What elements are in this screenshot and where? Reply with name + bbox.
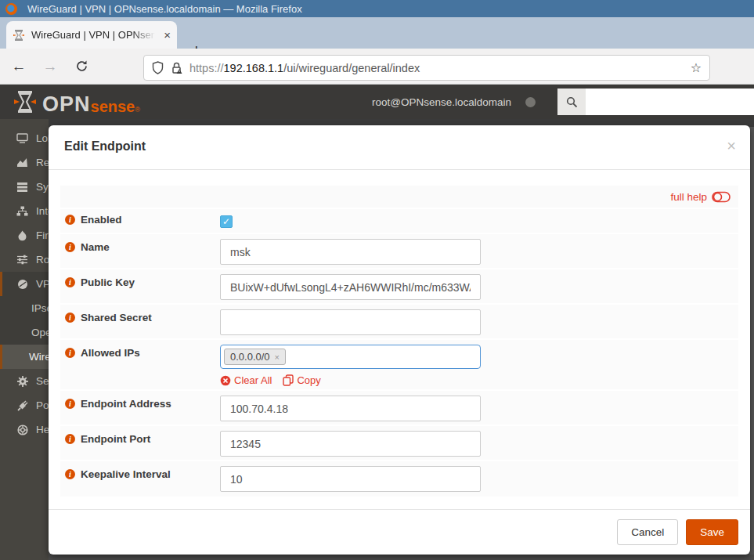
sidebar-item-wireguard[interactable]: WireGuard — [0, 345, 49, 369]
opnsense-favicon — [13, 29, 25, 42]
sidebar-item-system[interactable]: System — [0, 175, 49, 199]
shared-secret-input[interactable] — [220, 309, 481, 335]
field-row-public-key: iPublic Key — [60, 269, 738, 305]
sidebar-item-services[interactable]: Services — [0, 369, 49, 393]
name-input[interactable] — [220, 239, 481, 265]
field-row-name: iName — [60, 234, 738, 269]
screen: WireGuard | VPN | OPNsense.localdomain —… — [0, 0, 754, 560]
modal-header: Edit Endpoint × — [49, 125, 750, 170]
browser-tab[interactable]: WireGuard | VPN | OPNsense.localdomain × — [6, 21, 177, 49]
modal-backdrop — [49, 555, 754, 560]
reload-button[interactable] — [69, 54, 94, 79]
clear-all-link[interactable]: Clear All — [220, 374, 272, 386]
sidebar-item-firewall[interactable]: Firewall — [0, 223, 49, 247]
sidebar-nav: Lobby Reporting System Interfaces Firewa… — [0, 119, 49, 560]
modal-body: full help iEnabled ✓ iName iPublic Key i… — [49, 170, 750, 498]
status-dot — [525, 97, 536, 107]
area-chart-icon — [16, 157, 28, 168]
field-row-endpoint-address: iEndpoint Address — [60, 391, 738, 426]
sidebar-item-interfaces[interactable]: Interfaces — [0, 199, 49, 223]
logged-in-user: root@OPNsense.localdomain — [372, 96, 511, 108]
copy-icon — [283, 374, 294, 386]
endpoint-address-input[interactable] — [220, 396, 481, 421]
full-help-toggle-icon[interactable] — [712, 191, 731, 203]
modal-close-icon[interactable]: × — [727, 138, 736, 154]
info-icon[interactable]: i — [65, 242, 75, 252]
search-icon[interactable] — [557, 89, 586, 115]
tab-title: WireGuard | VPN | OPNsense.localdomain — [31, 29, 155, 41]
opnsense-logo[interactable]: OPNsense® — [13, 90, 140, 114]
info-icon[interactable]: i — [65, 215, 75, 225]
sidebar-item-ipsec[interactable]: IPsec — [0, 296, 49, 320]
sidebar-item-reporting[interactable]: Reporting — [0, 150, 49, 175]
header-search — [557, 89, 754, 115]
gear-icon — [16, 376, 28, 387]
enabled-checkbox[interactable]: ✓ — [220, 215, 233, 228]
sidebar-item-help[interactable]: Help — [0, 417, 49, 442]
fire-icon — [16, 230, 28, 241]
field-row-allowed-ips: iAllowed IPs 0.0.0.0/0× Clear All Copy — [60, 340, 738, 391]
tab-bar: WireGuard | VPN | OPNsense.localdomain ×… — [0, 17, 754, 49]
sidebar-item-routing[interactable]: Routing — [0, 247, 49, 272]
info-icon[interactable]: i — [65, 348, 75, 358]
tab-close-icon[interactable]: × — [164, 29, 171, 41]
info-icon[interactable]: i — [65, 277, 75, 287]
tracking-shield-icon[interactable] — [152, 61, 164, 74]
full-help-row: full help — [60, 186, 738, 209]
window-titlebar: WireGuard | VPN | OPNsense.localdomain —… — [0, 0, 754, 17]
field-row-enabled: iEnabled ✓ — [60, 209, 738, 234]
keepalive-input[interactable] — [220, 466, 481, 492]
allowed-ip-tag: 0.0.0.0/0× — [224, 349, 286, 365]
edit-endpoint-modal: Edit Endpoint × full help iEnabled ✓ iNa… — [49, 125, 750, 555]
firefox-icon — [5, 3, 17, 15]
sidebar-item-power[interactable]: Power — [0, 393, 49, 417]
sidebar-item-openvpn[interactable]: OpenVPN — [0, 320, 49, 345]
field-row-endpoint-port: iEndpoint Port — [60, 426, 738, 461]
monitor-icon — [16, 133, 28, 143]
cancel-button[interactable]: Cancel — [617, 519, 678, 545]
sidebar-item-vpn[interactable]: VPN — [0, 272, 49, 296]
lock-warning-icon[interactable] — [171, 62, 182, 74]
life-ring-icon — [16, 425, 28, 435]
save-button[interactable]: Save — [686, 519, 738, 545]
sitemap-icon — [16, 206, 28, 216]
info-icon[interactable]: i — [65, 434, 75, 444]
times-circle-icon — [220, 375, 231, 386]
info-icon[interactable]: i — [65, 469, 75, 479]
field-row-keepalive: iKeepalive Interval — [60, 461, 738, 498]
opnsense-logo-icon — [13, 90, 38, 114]
endpoint-port-input[interactable] — [220, 431, 481, 457]
back-button[interactable]: ← — [6, 54, 31, 79]
allowed-ips-input[interactable]: 0.0.0.0/0× — [220, 345, 481, 369]
url-bar[interactable]: https://192.168.1.1/ui/wireguard/general… — [143, 55, 710, 81]
allowed-ips-actions: Clear All Copy — [220, 374, 738, 386]
plug-icon — [16, 400, 28, 411]
search-input[interactable] — [586, 89, 754, 115]
window-title: WireGuard | VPN | OPNsense.localdomain —… — [27, 3, 302, 15]
url-text[interactable]: https://192.168.1.1/ui/wireguard/general… — [189, 62, 420, 74]
modal-title: Edit Endpoint — [64, 139, 146, 153]
full-help-label: full help — [670, 191, 707, 203]
field-row-shared-secret: iShared Secret — [60, 305, 738, 340]
sidebar-item-lobby[interactable]: Lobby — [0, 126, 49, 150]
info-icon[interactable]: i — [65, 313, 75, 323]
sliders-icon — [16, 255, 28, 265]
forward-button: → — [38, 54, 63, 79]
info-icon[interactable]: i — [65, 399, 75, 409]
bookmark-star-icon[interactable]: ☆ — [691, 60, 702, 75]
server-icon — [16, 182, 28, 192]
copy-link[interactable]: Copy — [283, 374, 320, 386]
modal-footer: Cancel Save — [49, 509, 750, 555]
app-header: OPNsense® root@OPNsense.localdomain — [0, 85, 754, 119]
globe-icon — [16, 279, 28, 290]
tag-remove-icon[interactable]: × — [275, 352, 280, 362]
public-key-input[interactable] — [220, 274, 481, 300]
